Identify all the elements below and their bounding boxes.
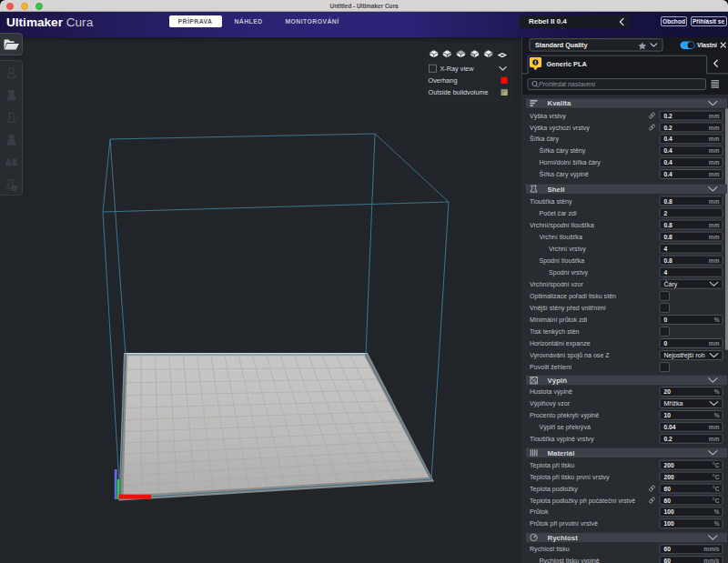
svg-text:Overhang: Overhang [429,76,458,85]
svg-text:°C: °C [713,462,720,468]
svg-text:Vrchní/spodní tloušťka: Vrchní/spodní tloušťka [530,222,594,229]
svg-text:2: 2 [664,210,668,216]
svg-text:Výplň: Výplň [548,377,568,385]
svg-text:Vlastní: Vlastní [697,42,718,48]
svg-text:mm: mm [709,424,720,430]
svg-text:0.4: 0.4 [664,147,673,154]
svg-text:Prohledat nastavení: Prohledat nastavení [539,81,596,87]
svg-text:Hustota výplně: Hustota výplně [530,388,572,396]
svg-text:Vrchní tloušťka: Vrchní tloušťka [540,234,582,241]
svg-text:mm: mm [709,147,720,154]
svg-text:Spodní vrstvy: Spodní vrstvy [549,269,588,276]
svg-text:Spodní tloušťka: Spodní tloušťka [540,257,585,265]
svg-text:Tloušťka stěny: Tloušťka stěny [530,198,572,206]
svg-text:Mřížka: Mřížka [664,400,683,407]
svg-text:X-Ray view: X-Ray view [440,65,475,73]
svg-text:Standard Quality: Standard Quality [535,41,588,49]
svg-text:Procento překrytí výplně: Procento překrytí výplně [530,412,600,419]
svg-text:mm: mm [709,125,720,131]
svg-text:mm: mm [709,257,720,264]
svg-text:%: % [714,388,720,395]
svg-text:Šířka čáry stěny: Šířka čáry stěny [540,146,586,155]
svg-text:Průtok: Průtok [530,508,549,516]
svg-text:Horní/dolní šířka čáry: Horní/dolní šířka čáry [540,159,602,166]
svg-text:mm: mm [709,436,720,442]
svg-text:200: 200 [664,474,674,480]
svg-text:Výška vrstvy: Výška vrstvy [530,113,566,120]
svg-text:%: % [714,412,720,418]
svg-text:10: 10 [664,412,672,418]
svg-text:Optimalizace pořadí tisku stěn: Optimalizace pořadí tisku stěn [530,293,616,300]
svg-text:mm: mm [709,222,720,228]
svg-text:mm: mm [709,113,720,119]
svg-text:0.04: 0.04 [664,424,676,430]
svg-text:Shell: Shell [548,186,565,194]
svg-text:0.2: 0.2 [664,125,673,131]
svg-text:100: 100 [664,520,674,527]
svg-text:0.2: 0.2 [664,113,673,119]
svg-text:Tisk tenkých stěn: Tisk tenkých stěn [530,328,580,336]
svg-text:Minimální průtok zdi: Minimální průtok zdi [530,317,588,324]
svg-text:Rychlost: Rychlost [548,534,579,542]
svg-text:Teplota při tisku první vrstvy: Teplota při tisku první vrstvy [530,474,610,481]
svg-text:mm: mm [709,234,720,240]
svg-text:°C: °C [713,498,720,504]
svg-text:Vrchní vrstvy: Vrchní vrstvy [549,246,586,253]
svg-text:Počet čar zdi: Počet čar zdi [540,210,577,217]
svg-text:mm/s: mm/s [703,546,720,552]
svg-text:Čáry: Čáry [664,280,678,288]
svg-text:Výplň se překrývá: Výplň se překrývá [540,424,591,431]
svg-text:Vrchní/spodní vzor: Vrchní/spodní vzor [530,281,584,288]
svg-text:mm: mm [709,136,720,142]
svg-text:4: 4 [664,246,668,252]
svg-text:4: 4 [664,269,668,276]
svg-text:Generic PLA: Generic PLA [547,60,588,68]
svg-text:Kvalita: Kvalita [548,99,571,107]
svg-text:60: 60 [664,486,672,492]
svg-text:mm: mm [709,171,720,177]
svg-text:%: % [714,508,720,515]
svg-text:Tloušťka výplně vrstvy: Tloušťka výplně vrstvy [530,436,594,443]
svg-text:Šířka čáry výplně: Šířka čáry výplně [540,170,589,178]
svg-text:mm: mm [709,159,720,166]
svg-text:Rychlost tisku výplně: Rychlost tisku výplně [540,558,600,563]
svg-text:Výplňový vzor: Výplňový vzor [530,400,571,407]
svg-text:0: 0 [664,340,668,347]
svg-text:0.8: 0.8 [664,257,673,264]
svg-text:mm: mm [709,198,720,205]
svg-text:Materiál: Materiál [548,449,575,457]
svg-text:100: 100 [664,508,674,515]
svg-text:Teplota při tisku: Teplota při tisku [530,462,574,469]
svg-text:Vnější stěny před vnitřními: Vnější stěny před vnitřními [530,305,606,312]
svg-text:Outside buildvolume: Outside buildvolume [429,88,489,96]
svg-text:Povolit žehlení: Povolit žehlení [530,364,571,371]
svg-text:60: 60 [664,558,672,563]
svg-text:%: % [714,520,720,527]
svg-text:200: 200 [664,462,674,468]
svg-text:Horizontální expanze: Horizontální expanze [530,340,591,347]
svg-text:Vyrovnávání spojů na ose Z: Vyrovnávání spojů na ose Z [530,352,610,359]
svg-text:Teplota podložky: Teplota podložky [530,486,578,493]
svg-text:%: % [714,317,720,323]
svg-text:0.8: 0.8 [664,234,673,240]
svg-text:Výška výchozí vrstvy: Výška výchozí vrstvy [530,125,590,132]
svg-text:20: 20 [664,388,672,395]
svg-text:Teplota podložky při počáteční: Teplota podložky při počáteční vrstvě [530,498,635,505]
svg-text:°C: °C [713,474,720,480]
svg-text:°C: °C [713,486,720,492]
svg-text:0.4: 0.4 [664,159,673,166]
svg-text:Šířka čáry: Šířka čáry [530,135,559,143]
svg-text:Nejostřejší roh: Nejostřejší roh [664,352,705,359]
svg-text:0.8: 0.8 [664,222,673,228]
svg-text:0.4: 0.4 [664,136,673,142]
svg-text:mm/s: mm/s [703,558,720,563]
svg-text:60: 60 [664,498,672,504]
svg-text:0.2: 0.2 [664,436,673,442]
svg-text:0.8: 0.8 [664,198,673,205]
svg-text:Rychlost tisku: Rychlost tisku [530,546,570,553]
svg-text:mm: mm [709,340,720,347]
svg-text:60: 60 [664,546,672,552]
svg-text:0.4: 0.4 [664,171,673,177]
svg-text:0: 0 [664,317,668,323]
svg-text:Průtok při prvotní vrstvě: Průtok při prvotní vrstvě [530,520,598,528]
